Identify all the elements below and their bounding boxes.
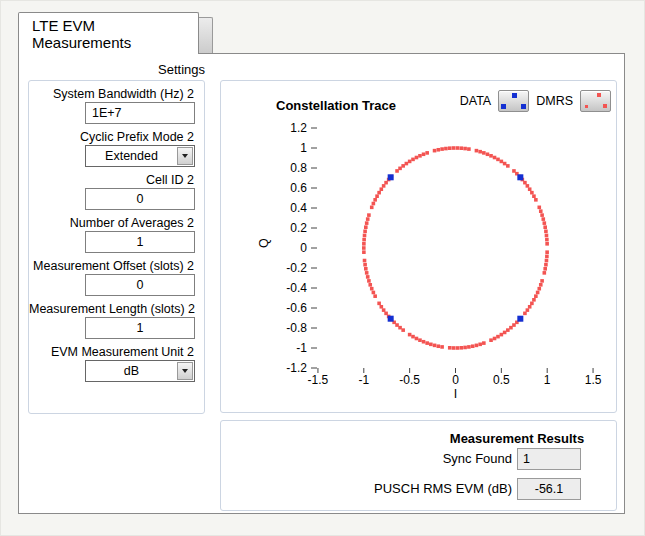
system-bandwidth-input[interactable]: [85, 102, 195, 124]
svg-text:-1: -1: [358, 373, 369, 387]
svg-text:-0.4: -0.4: [286, 281, 307, 295]
svg-text:0.6: 0.6: [290, 181, 307, 195]
svg-text:-1.2: -1.2: [286, 361, 307, 375]
constellation-plot: -1.5-1-0.500.511.5-1.2-1-0.8-0.6-0.4-0.2…: [221, 81, 618, 414]
measurement-results-cluster: Measurement Results Sync Found 1 PUSCH R…: [220, 420, 617, 511]
measurement-offset-label: Measurement Offset (slots) 2: [29, 258, 204, 274]
pusch-rms-evm-label: PUSCH RMS EVM (dB): [374, 478, 512, 500]
tab-stub[interactable]: [197, 17, 213, 54]
measurement-length-label: Measurement Length (slots) 2: [29, 301, 204, 317]
system-bandwidth-label: System Bandwidth (Hz) 2: [29, 86, 204, 102]
sync-found-value: 1: [517, 448, 581, 470]
svg-text:-0.5: -0.5: [399, 373, 420, 387]
pusch-rms-evm-row: PUSCH RMS EVM (dB) -56.1: [221, 478, 616, 500]
svg-text:0.2: 0.2: [290, 221, 307, 235]
svg-text:-0.2: -0.2: [286, 261, 307, 275]
sync-found-row: Sync Found 1: [221, 448, 616, 470]
svg-text:0.8: 0.8: [290, 161, 307, 175]
svg-text:1: 1: [544, 373, 551, 387]
lte-evm-panel: LTE EVM Measurements Settings System Ban…: [0, 0, 645, 536]
chevron-down-icon[interactable]: [177, 362, 193, 380]
cyclic-prefix-mode-value: Extended: [86, 146, 177, 166]
number-of-averages-input[interactable]: [85, 231, 195, 253]
chevron-down-icon[interactable]: [177, 147, 193, 165]
tab-lte-evm-measurements[interactable]: LTE EVM Measurements: [18, 12, 199, 54]
svg-text:-1.5: -1.5: [308, 373, 329, 387]
svg-text:1: 1: [300, 141, 307, 155]
sync-found-label: Sync Found: [443, 448, 512, 470]
svg-text:I: I: [454, 387, 457, 401]
tab-title: LTE EVM Measurements: [32, 17, 198, 51]
results-title: Measurement Results: [397, 431, 637, 446]
svg-text:1.5: 1.5: [585, 373, 602, 387]
evm-measurement-unit-label: EVM Measurement Unit 2: [29, 344, 204, 360]
measurement-offset-input[interactable]: [85, 274, 195, 296]
svg-text:0.4: 0.4: [290, 201, 307, 215]
svg-text:0: 0: [300, 241, 307, 255]
svg-text:Q: Q: [257, 238, 271, 248]
cell-id-label: Cell ID 2: [29, 172, 204, 188]
cyclic-prefix-mode-dropdown[interactable]: Extended: [85, 145, 195, 167]
constellation-chart: Constellation Trace DATA DMRS -1.5-1-0.5…: [220, 80, 617, 413]
svg-text:-1: -1: [296, 341, 307, 355]
settings-group-label: Settings: [28, 62, 205, 77]
svg-text:0.5: 0.5: [493, 373, 510, 387]
evm-measurement-unit-value: dB: [86, 361, 177, 381]
cyclic-prefix-mode-label: Cyclic Prefix Mode 2: [29, 129, 204, 145]
measurement-length-input[interactable]: [85, 317, 195, 339]
cell-id-input[interactable]: [85, 188, 195, 210]
svg-text:0: 0: [452, 373, 459, 387]
evm-measurement-unit-dropdown[interactable]: dB: [85, 360, 195, 382]
svg-text:-0.8: -0.8: [286, 321, 307, 335]
settings-cluster: System Bandwidth (Hz) 2 Cyclic Prefix Mo…: [28, 80, 205, 414]
number-of-averages-label: Number of Averages 2: [29, 215, 204, 231]
svg-text:-0.6: -0.6: [286, 301, 307, 315]
pusch-rms-evm-value: -56.1: [517, 478, 581, 500]
svg-text:1.2: 1.2: [290, 121, 307, 135]
